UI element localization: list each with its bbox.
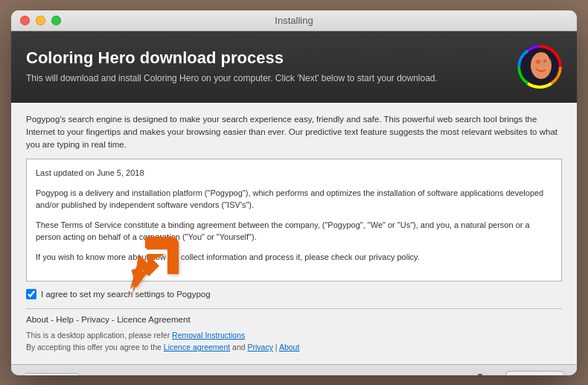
next-button[interactable]: Next >> — [505, 371, 565, 375]
main-content: Pogypog's search engine is designed to m… — [11, 103, 577, 364]
header-section: Coloring Hero download process This will… — [11, 31, 577, 103]
window-title: Installing — [275, 15, 313, 26]
legal-text: This is a desktop application, please re… — [26, 330, 562, 354]
license-link[interactable]: Licence Agreement — [117, 315, 190, 324]
terms-last-updated: Last updated on June 5, 2018 — [36, 167, 552, 179]
description-text: Pogypog's search engine is designed to m… — [26, 113, 562, 152]
privacy-link[interactable]: Privacy — [81, 315, 109, 324]
terms-paragraph-3: If you wish to know more about how we co… — [36, 251, 552, 264]
app-subtitle: This will download and install Coloring … — [26, 72, 438, 85]
svg-point-2 — [536, 60, 540, 64]
bottom-right-controls: Next >> — [470, 371, 565, 375]
app-title: Coloring Hero download process — [26, 48, 438, 68]
bottom-bar: English French German Spanish ▼ Next >> — [11, 364, 577, 375]
titlebar: Installing — [11, 10, 577, 31]
terms-paragraph-2: These Terms of Service constitute a bind… — [36, 219, 552, 244]
legal-pipe: | — [273, 343, 279, 351]
legal-and: and — [230, 343, 247, 351]
terms-paragraph-1: Pogypog is a delivery and installation p… — [36, 187, 552, 211]
header-text: Coloring Hero download process This will… — [26, 48, 438, 85]
privacy-policy-link[interactable]: Privacy — [248, 343, 273, 351]
legal-prefix-1: This is a desktop application, please re… — [26, 331, 172, 340]
window-controls — [20, 16, 61, 25]
links-row: About - Help - Privacy - Licence Agreeme… — [26, 315, 562, 324]
download-arrow-icon — [470, 371, 490, 375]
licence-agreement-link[interactable]: Licence agreement — [164, 343, 230, 351]
orange-arrow-icon — [130, 233, 182, 300]
language-selector-wrapper[interactable]: English French German Spanish ▼ — [23, 373, 80, 375]
legal-line-1: This is a desktop application, please re… — [26, 330, 562, 342]
separator — [26, 308, 562, 309]
svg-marker-6 — [132, 254, 165, 294]
download-icon-svg — [470, 371, 490, 375]
maximize-button[interactable] — [51, 16, 61, 25]
agree-checkbox[interactable] — [26, 289, 36, 299]
terms-box[interactable]: Last updated on June 5, 2018 Pogypog is … — [26, 159, 562, 281]
app-icon — [517, 45, 562, 89]
installer-window: Installing Coloring Hero download proces… — [11, 10, 577, 375]
legal-prefix-2: By accepting this offer you agree to the — [26, 343, 164, 351]
help-link[interactable]: Help — [56, 315, 74, 324]
about-link[interactable]: About — [26, 315, 48, 324]
svg-marker-8 — [475, 374, 485, 375]
language-select[interactable]: English French German Spanish — [23, 373, 80, 375]
removal-instructions-link[interactable]: Removal Instructions — [172, 331, 245, 340]
app-icon-svg — [517, 45, 562, 89]
about-legal-link[interactable]: About — [279, 343, 299, 351]
checkbox-label[interactable]: I agree to set my search settings to Pog… — [41, 290, 211, 299]
checkbox-area: I agree to set my search settings to Pog… — [26, 289, 562, 299]
close-button[interactable] — [20, 16, 30, 25]
legal-line-2: By accepting this offer you agree to the… — [26, 342, 562, 354]
minimize-button[interactable] — [36, 16, 45, 25]
orange-arrow-container — [130, 233, 182, 303]
svg-point-3 — [543, 59, 547, 63]
